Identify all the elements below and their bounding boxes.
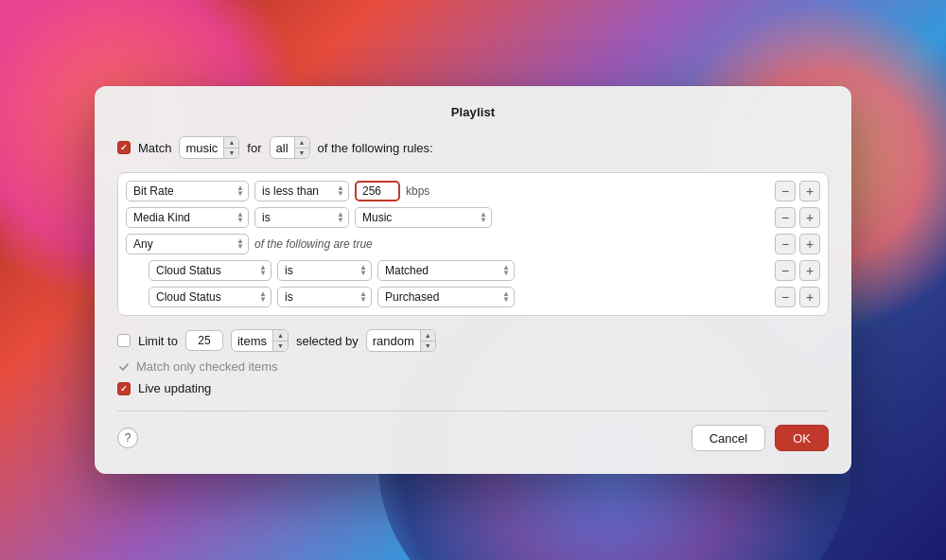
operator-dropdown-5[interactable]: is ▲▼ xyxy=(277,287,372,307)
music-stepper[interactable]: ▲ ▼ xyxy=(223,137,238,158)
field-arrow-4: ▲▼ xyxy=(259,265,267,277)
rules-container: Bit Rate ▲▼ is less than ▲▼ 256 kbps − + xyxy=(117,172,829,316)
remove-rule-2[interactable]: − xyxy=(775,207,796,228)
field-arrow-2: ▲▼ xyxy=(236,212,244,224)
value-text-5: Purchased xyxy=(385,290,439,304)
add-rule-3[interactable]: + xyxy=(799,234,820,254)
rule-btn-group-3: − + xyxy=(775,234,820,254)
help-button[interactable]: ? xyxy=(117,428,138,448)
rule-btn-group-5: − + xyxy=(775,287,820,307)
value-dropdown-5[interactable]: Purchased ▲▼ xyxy=(377,287,515,307)
items-value: items xyxy=(232,334,272,348)
field-dropdown-5[interactable]: Cloud Status ▲▼ xyxy=(149,287,272,307)
operator-arrow-4: ▲▼ xyxy=(359,265,367,277)
operator-arrow-5: ▲▼ xyxy=(359,291,367,304)
field-arrow-3: ▲▼ xyxy=(236,238,244,251)
cancel-button[interactable]: Cancel xyxy=(692,425,765,451)
operator-value-2: is xyxy=(262,211,271,224)
field-value-3: Any xyxy=(133,237,153,251)
field-dropdown-1[interactable]: Bit Rate ▲▼ xyxy=(126,181,249,201)
items-arrow-down[interactable]: ▼ xyxy=(273,341,288,352)
operator-dropdown-2[interactable]: is ▲▼ xyxy=(254,207,349,228)
table-row: Media Kind ▲▼ is ▲▼ Music ▲▼ − + xyxy=(126,207,820,228)
operator-arrow-1: ▲▼ xyxy=(337,185,344,198)
random-arrow-up[interactable]: ▲ xyxy=(421,330,435,341)
any-label: of the following are true xyxy=(254,237,373,251)
table-row: Cloud Status ▲▼ is ▲▼ Purchased ▲▼ − + xyxy=(126,287,820,307)
items-stepper[interactable]: ▲ ▼ xyxy=(272,330,288,351)
random-select[interactable]: random ▲ ▼ xyxy=(366,329,436,352)
items-arrow-up[interactable]: ▲ xyxy=(273,330,288,341)
music-select[interactable]: music ▲ ▼ xyxy=(179,136,239,159)
all-select[interactable]: all ▲ ▼ xyxy=(270,136,310,159)
operator-arrow-2: ▲▼ xyxy=(337,212,344,224)
match-checkbox[interactable] xyxy=(117,141,131,154)
remove-rule-3[interactable]: − xyxy=(775,234,796,254)
unit-label-1: kbps xyxy=(406,184,429,198)
live-updating-checkbox[interactable] xyxy=(117,382,131,395)
music-value: music xyxy=(180,141,223,155)
random-stepper[interactable]: ▲ ▼ xyxy=(420,330,435,351)
live-updating-row: Live updating xyxy=(117,381,829,395)
field-value-5: Cloud Status xyxy=(156,290,221,304)
selected-by-label: selected by xyxy=(296,334,359,348)
playlist-dialog: Playlist Match music ▲ ▼ for all ▲ ▼ of xyxy=(95,86,851,474)
limit-checkbox[interactable] xyxy=(117,334,131,347)
dialog-buttons: Cancel OK xyxy=(692,425,829,451)
operator-dropdown-4[interactable]: is ▲▼ xyxy=(277,260,372,281)
value-dropdown-4[interactable]: Matched ▲▼ xyxy=(377,260,515,281)
for-label: for xyxy=(247,141,261,155)
all-stepper[interactable]: ▲ ▼ xyxy=(294,137,309,158)
field-value-2: Media Kind xyxy=(133,211,190,224)
rule-btn-group-1: − + xyxy=(775,181,820,201)
value-arrow-5: ▲▼ xyxy=(502,291,510,304)
add-rule-5[interactable]: + xyxy=(799,287,820,307)
table-row: Bit Rate ▲▼ is less than ▲▼ 256 kbps − + xyxy=(126,181,820,201)
match-only-row: Match only checked items xyxy=(117,359,829,374)
field-arrow-1: ▲▼ xyxy=(236,185,244,198)
field-dropdown-3[interactable]: Any ▲▼ xyxy=(126,234,249,254)
field-value-1: Bit Rate xyxy=(133,184,174,198)
all-arrow-down[interactable]: ▼ xyxy=(295,149,309,159)
value-input-1[interactable]: 256 xyxy=(355,181,400,201)
add-rule-4[interactable]: + xyxy=(799,260,820,281)
field-dropdown-2[interactable]: Media Kind ▲▼ xyxy=(126,207,249,228)
match-only-label: Match only checked items xyxy=(136,359,278,374)
value-arrow-4: ▲▼ xyxy=(502,265,510,277)
rule-btn-group-4: − + xyxy=(775,260,820,281)
value-text-4: Matched xyxy=(385,264,429,277)
add-rule-1[interactable]: + xyxy=(799,181,820,201)
match-only-check-icon xyxy=(117,360,131,374)
items-stepper-select[interactable]: items ▲ ▼ xyxy=(231,329,289,352)
add-rule-2[interactable]: + xyxy=(799,207,820,228)
rule-btn-group-2: − + xyxy=(775,207,820,228)
ok-button[interactable]: OK xyxy=(775,425,829,451)
operator-value-5: is xyxy=(285,290,293,304)
match-label: Match xyxy=(138,141,171,155)
music-arrow-down[interactable]: ▼ xyxy=(224,149,238,159)
button-row: ? Cancel OK xyxy=(117,425,829,451)
random-value: random xyxy=(367,334,420,348)
table-row: Any ▲▼ of the following are true − + xyxy=(126,234,820,254)
field-arrow-5: ▲▼ xyxy=(259,291,267,304)
all-arrow-up[interactable]: ▲ xyxy=(295,137,309,149)
following-label: of the following rules: xyxy=(318,141,433,155)
remove-rule-5[interactable]: − xyxy=(775,287,796,307)
operator-dropdown-1[interactable]: is less than ▲▼ xyxy=(254,181,349,201)
value-text-2: Music xyxy=(362,211,392,224)
limit-number-input[interactable] xyxy=(185,330,223,351)
value-dropdown-2[interactable]: Music ▲▼ xyxy=(355,207,492,228)
random-arrow-down[interactable]: ▼ xyxy=(421,341,435,352)
remove-rule-1[interactable]: − xyxy=(775,181,796,201)
music-arrow-up[interactable]: ▲ xyxy=(224,137,238,149)
limit-row: Limit to items ▲ ▼ selected by random ▲ … xyxy=(117,329,829,352)
field-dropdown-4[interactable]: Cloud Status ▲▼ xyxy=(149,260,272,281)
limit-label: Limit to xyxy=(138,334,178,348)
all-value: all xyxy=(271,141,294,155)
live-updating-label: Live updating xyxy=(138,381,211,395)
table-row: Cloud Status ▲▼ is ▲▼ Matched ▲▼ − + xyxy=(126,260,820,281)
remove-rule-4[interactable]: − xyxy=(775,260,796,281)
match-row: Match music ▲ ▼ for all ▲ ▼ of the follo… xyxy=(117,136,829,159)
field-value-4: Cloud Status xyxy=(156,264,221,277)
operator-value-1: is less than xyxy=(262,184,319,198)
